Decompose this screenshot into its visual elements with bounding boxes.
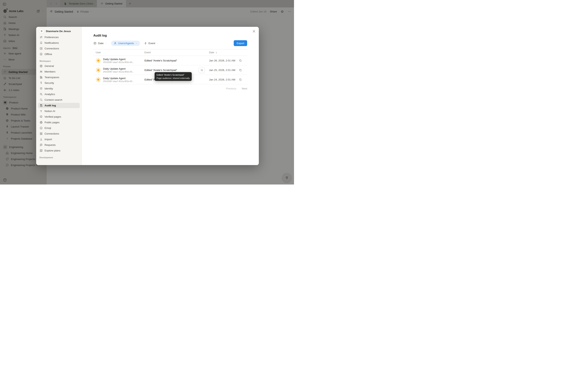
- pagination: Previous Next: [93, 87, 247, 90]
- column-event: Event: [144, 51, 209, 54]
- settings-nav-label: Requests: [44, 144, 56, 146]
- item-icon: [40, 64, 43, 68]
- settings-account-row[interactable]: D Dianmarie De Jesus: [38, 28, 80, 34]
- settings-nav-label: Public pages: [44, 121, 60, 124]
- settings-nav-label: Identity: [44, 87, 53, 90]
- filter-bar: Date Users/Agents Event Export: [93, 40, 247, 46]
- item-icon: [40, 121, 43, 124]
- agent-id: 2f102087-daa7-812a-8f1b-00...: [103, 80, 134, 83]
- chevron-down-icon: [156, 42, 159, 44]
- workspace-section-label: Workspace: [40, 60, 78, 62]
- settings-nav-import[interactable]: Import: [38, 137, 80, 142]
- settings-nav-connections[interactable]: Connections: [38, 131, 80, 136]
- development-section-label: Development: [40, 156, 78, 159]
- tooltip-line-2: Page audience: shared externally: [156, 77, 190, 80]
- item-icon: [40, 104, 43, 107]
- settings-nav-label: Offline: [44, 53, 52, 56]
- date-cell: Jan 24, 2026, 2:01 AM: [209, 78, 235, 81]
- settings-nav-emoji[interactable]: Emoji: [38, 125, 80, 131]
- item-icon: [40, 70, 43, 73]
- row-search-button[interactable]: [199, 67, 205, 73]
- filter-event[interactable]: Event: [144, 41, 159, 45]
- audit-log-panel: Audit log Date Users/Agents Event: [82, 27, 259, 165]
- column-date-sort[interactable]: Date: [209, 51, 247, 54]
- sun-agent-avatar: [96, 77, 101, 82]
- settings-nav-label: Notion AI: [44, 110, 55, 113]
- settings-nav-identity[interactable]: Identity: [38, 86, 80, 91]
- settings-nav-label: General: [44, 64, 54, 67]
- close-icon[interactable]: [252, 29, 256, 33]
- panel-title: Audit log: [93, 33, 247, 38]
- settings-nav-analytics[interactable]: Analytics: [38, 92, 80, 97]
- item-icon: [40, 115, 43, 118]
- settings-nav-security[interactable]: Security: [38, 80, 80, 86]
- table-header: User Event Date: [93, 49, 247, 56]
- person-icon: [113, 41, 117, 45]
- settings-nav-verified-pages[interactable]: Verified pages: [38, 114, 80, 119]
- settings-nav-label: Analytics: [44, 93, 55, 96]
- settings-nav-label: Emoji: [44, 127, 51, 130]
- item-icon: [40, 143, 43, 147]
- settings-nav-label: Import: [44, 138, 52, 141]
- lightning-icon: [144, 41, 147, 45]
- settings-nav-notifications[interactable]: Notifications: [38, 40, 80, 45]
- settings-nav-preferences[interactable]: Preferences: [38, 35, 80, 40]
- item-icon: [40, 132, 43, 135]
- sort-down-icon: [215, 51, 217, 54]
- agent-id: 2f102087-daa7-812a-8f1b-00...: [103, 70, 134, 73]
- settings-nav-general[interactable]: General: [38, 63, 80, 69]
- settings-nav-notion-ai[interactable]: Notion AI: [38, 109, 80, 114]
- tooltip: Edited “Anete’s Scratchpad” Page audienc…: [155, 72, 192, 81]
- chevron-down-icon: [105, 42, 107, 44]
- settings-nav-label: Members: [44, 70, 55, 73]
- notion-app: ACME Acme Labs Search Home Meetings Noti…: [0, 0, 294, 184]
- item-icon: [40, 87, 43, 90]
- settings-sidebar: D Dianmarie De Jesus Preferences Notific…: [36, 27, 82, 165]
- settings-nav-label: Connections: [44, 47, 59, 50]
- sun-agent-avatar: [96, 67, 101, 73]
- filter-users-agents[interactable]: Users/Agents: [111, 41, 140, 46]
- date-cell: Jan 26, 2026, 2:01 AM: [209, 59, 235, 62]
- item-icon: [40, 47, 43, 50]
- settings-nav-label: Preferences: [44, 36, 59, 39]
- search-icon: [200, 69, 203, 72]
- settings-nav-public-pages[interactable]: Public pages: [38, 120, 80, 125]
- sun-agent-avatar: [96, 58, 101, 63]
- copy-icon[interactable]: [239, 59, 242, 62]
- copy-icon[interactable]: [239, 78, 242, 81]
- settings-nav-label: Verified pages: [44, 115, 61, 118]
- agent-name: Daily Update Agent: [103, 77, 134, 80]
- avatar: D: [39, 29, 44, 34]
- item-icon: [40, 81, 43, 85]
- settings-nav-explore-plans[interactable]: Explore plans: [38, 148, 80, 153]
- agent-id: 2f102087-daa7-812a-8f1b-00...: [103, 61, 134, 63]
- item-icon: [40, 76, 43, 79]
- chevron-down-icon: [135, 42, 137, 44]
- settings-nav-label: Connections: [44, 132, 59, 135]
- filter-date[interactable]: Date: [93, 41, 107, 45]
- settings-nav-audit-log[interactable]: Audit log: [38, 103, 80, 108]
- item-icon: [40, 110, 43, 113]
- column-user: User: [93, 51, 144, 54]
- copy-icon[interactable]: [239, 68, 242, 72]
- settings-nav-label: Explore plans: [44, 149, 61, 152]
- next-button[interactable]: Next: [242, 87, 247, 90]
- settings-nav-requests[interactable]: Requests: [38, 142, 80, 148]
- settings-nav-content-search[interactable]: Content search: [38, 97, 80, 102]
- settings-nav-connections[interactable]: Connections: [38, 46, 80, 51]
- export-button[interactable]: Export: [234, 40, 247, 46]
- settings-nav-label: Notifications: [44, 41, 59, 44]
- calendar-icon: [93, 41, 97, 45]
- item-icon: [40, 149, 43, 152]
- settings-nav-members[interactable]: Members: [38, 69, 80, 74]
- item-icon: [40, 98, 43, 102]
- item-icon: [40, 126, 43, 130]
- settings-nav-offline[interactable]: Offline: [38, 51, 80, 57]
- item-icon: [40, 36, 43, 39]
- previous-button[interactable]: Previous: [226, 87, 237, 90]
- account-name: Dianmarie De Jesus: [46, 30, 71, 33]
- agent-name: Daily Update Agent: [103, 58, 134, 61]
- table-row: Daily Update Agent 2f102087-daa7-812a-8f…: [93, 56, 247, 65]
- settings-nav-teamspaces[interactable]: Teamspaces: [38, 75, 80, 80]
- event-cell: Edited “Anete’s Scratchpad”: [144, 59, 209, 62]
